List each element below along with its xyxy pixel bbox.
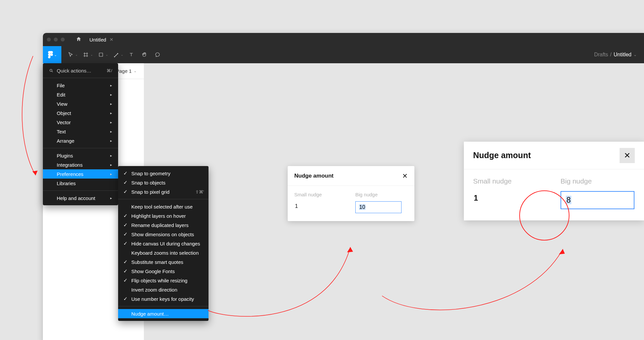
submenu-item-snap-to-objects[interactable]: ✓Snap to objects [118, 178, 209, 187]
pen-tool[interactable] [110, 48, 123, 61]
home-icon[interactable] [76, 36, 81, 43]
submenu-item-show-google-fonts[interactable]: ✓Show Google Fonts [118, 267, 209, 276]
comment-tool[interactable] [151, 48, 164, 61]
breadcrumb-sep: / [610, 52, 611, 58]
submenu-item-highlight-layers-on-hover[interactable]: ✓Highlight layers on hover [118, 211, 209, 220]
menu-shortcut: ⌘/ [107, 68, 112, 73]
submenu-label: Keep tool selected after use [131, 204, 193, 210]
submenu-item-flip-objects-while-resizing[interactable]: ✓Flip objects while resizing [118, 276, 209, 285]
menu-item-preferences[interactable]: Preferences▸ [43, 169, 118, 179]
menu-item-integrations[interactable]: Integrations▸ [43, 160, 118, 169]
page-label: Page 1 [116, 68, 132, 74]
submenu-item-show-dimensions-on-objects[interactable]: ✓Show dimensions on objects [118, 230, 209, 239]
submenu-label: Hide canvas UI during changes [131, 241, 200, 246]
chevron-right-icon: ▸ [110, 111, 112, 115]
shape-tool[interactable] [94, 48, 108, 61]
submenu-label: Snap to pixel grid [131, 189, 170, 195]
chevron-down-icon: ⌄ [134, 69, 137, 73]
chevron-right-icon: ▸ [110, 163, 112, 167]
svg-rect-1 [99, 53, 103, 57]
big-nudge-label: Big nudge [561, 177, 635, 185]
check-icon: ✓ [123, 180, 128, 185]
dialog-header: Nudge amount ✕ [288, 166, 414, 186]
svg-point-2 [50, 69, 52, 71]
frame-tool[interactable] [79, 48, 92, 61]
menu-item-text[interactable]: Text▸ [43, 127, 118, 136]
submenu-label: Keyboard zooms into selection [131, 250, 199, 256]
menu-label: Arrange [57, 138, 74, 144]
close-button[interactable]: ✕ [620, 148, 635, 163]
small-nudge-label: Small nudge [294, 192, 347, 197]
menu-label: Quick actions… [57, 68, 91, 73]
submenu-label: Snap to objects [131, 180, 165, 185]
close-icon[interactable]: ✕ [402, 172, 408, 180]
menu-divider [43, 190, 118, 191]
submenu-item-use-number-keys-for-opacity[interactable]: ✓Use number keys for opacity [118, 294, 209, 303]
annotation-circle [519, 190, 569, 241]
menu-label: Edit [57, 92, 65, 98]
file-tab[interactable]: Untitled ✕ [87, 37, 116, 42]
big-nudge-input-value: 8 [566, 196, 571, 204]
submenu-item-snap-to-geometry[interactable]: ✓Snap to geometry [118, 169, 209, 178]
submenu-label: Rename duplicated layers [131, 222, 188, 228]
submenu-item-snap-to-pixel-grid[interactable]: ✓Snap to pixel grid⇧⌘' [118, 187, 209, 196]
move-tool[interactable] [64, 48, 77, 61]
menu-item-libraries[interactable]: Libraries [43, 179, 118, 188]
preferences-submenu: ✓Snap to geometry✓Snap to objects✓Snap t… [118, 166, 209, 321]
traffic-close[interactable] [47, 38, 51, 42]
menu-item-file[interactable]: File▸ [43, 81, 118, 90]
traffic-max[interactable] [61, 38, 65, 42]
titlebar: Untitled ✕ [43, 33, 644, 46]
menu-label: Plugins [57, 153, 73, 158]
traffic-min[interactable] [54, 38, 58, 42]
check-icon: ✓ [123, 189, 128, 195]
menu-divider [43, 148, 118, 148]
svg-marker-3 [32, 171, 38, 175]
traffic-lights [47, 38, 65, 42]
menu-label: Integrations [57, 162, 82, 168]
submenu-label: Substitute smart quotes [131, 259, 183, 265]
check-icon: ✓ [123, 213, 128, 219]
submenu-item-keep-tool-selected-after-use[interactable]: Keep tool selected after use [118, 202, 209, 211]
file-tab-title: Untitled [89, 37, 106, 42]
breadcrumb[interactable]: Drafts / Untitled ⌄ [594, 52, 637, 58]
submenu-nudge-amount[interactable]: Nudge amount… [118, 309, 209, 318]
submenu-item-substitute-smart-quotes[interactable]: ✓Substitute smart quotes [118, 257, 209, 267]
search-icon [49, 69, 53, 73]
close-tab-icon[interactable]: ✕ [110, 37, 113, 42]
menu-item-help-and-account[interactable]: Help and account▸ [43, 193, 118, 203]
submenu-item-invert-zoom-direction[interactable]: Invert zoom direction [118, 285, 209, 294]
chevron-right-icon: ▸ [110, 93, 112, 97]
menu-item-object[interactable]: Object▸ [43, 108, 118, 118]
submenu-item-hide-canvas-ui-during-changes[interactable]: ✓Hide canvas UI during changes [118, 239, 209, 248]
submenu-label: Flip objects while resizing [131, 278, 187, 283]
big-nudge-input-value: 10 [359, 204, 366, 210]
menu-item-view[interactable]: View▸ [43, 99, 118, 108]
hand-tool[interactable] [138, 48, 151, 61]
dialog-title: Nudge amount [473, 151, 620, 160]
nudge-amount-dialog-small: Nudge amount ✕ Small nudge 1 Big nudge 1… [288, 166, 414, 221]
figma-logo-icon [48, 51, 53, 58]
submenu-item-keyboard-zooms-into-selection[interactable]: Keyboard zooms into selection [118, 248, 209, 257]
check-icon: ✓ [123, 268, 128, 274]
dialog-title: Nudge amount [294, 173, 402, 179]
menu-quick-actions[interactable]: Quick actions… ⌘/ [43, 66, 118, 75]
small-nudge-value[interactable]: 1 [294, 201, 347, 211]
menu-label: File [57, 83, 65, 88]
breadcrumb-parent: Drafts [594, 52, 608, 58]
menu-item-vector[interactable]: Vector▸ [43, 118, 118, 127]
menu-item-arrange[interactable]: Arrange▸ [43, 136, 118, 145]
chevron-down-icon: ⌄ [633, 52, 637, 57]
big-nudge-input[interactable]: 10 [355, 201, 402, 213]
submenu-label: Show Google Fonts [131, 269, 175, 274]
submenu-label: Invert zoom direction [131, 287, 177, 293]
menu-item-edit[interactable]: Edit▸ [43, 90, 118, 99]
submenu-shortcut: ⇧⌘' [195, 189, 204, 194]
submenu-item-rename-duplicated-layers[interactable]: ✓Rename duplicated layers [118, 220, 209, 230]
big-nudge-input[interactable]: 8 [561, 191, 634, 209]
text-tool[interactable] [125, 48, 138, 61]
menu-item-plugins[interactable]: Plugins▸ [43, 151, 118, 160]
figma-menu-button[interactable]: ⌄ [43, 46, 61, 63]
check-icon: ✓ [123, 241, 128, 246]
dialog-header: Nudge amount ✕ [464, 142, 644, 169]
